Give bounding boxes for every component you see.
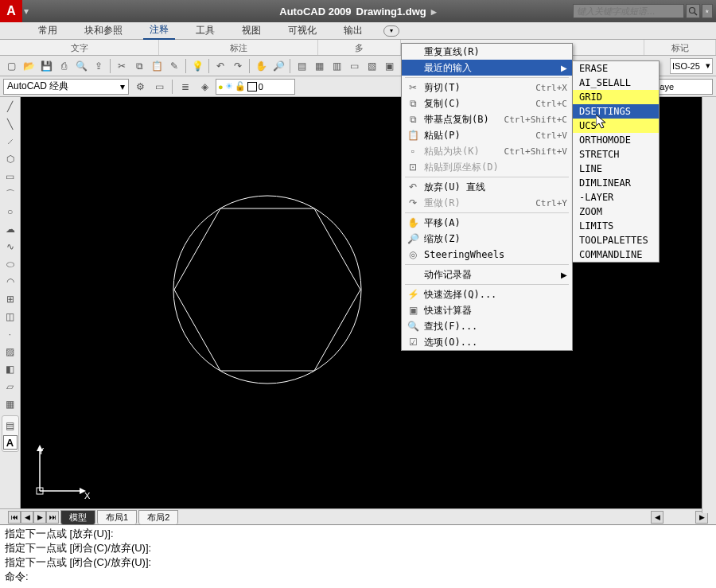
tab-next-icon[interactable]: ▶ xyxy=(33,511,46,524)
tab-layout2[interactable]: 布局2 xyxy=(138,510,178,524)
tab-prev-icon[interactable]: ◀ xyxy=(21,511,33,524)
gradient-icon[interactable]: ◧ xyxy=(2,361,18,377)
panel-markup[interactable]: 标记 xyxy=(644,40,716,55)
properties-icon[interactable]: ▤ xyxy=(294,58,309,74)
recent-cmd-item[interactable]: GRID xyxy=(573,90,659,104)
ctx-item[interactable]: ⚡快速选择(Q)... xyxy=(402,286,572,302)
cut-icon[interactable]: ✂ xyxy=(114,58,130,74)
arc-icon[interactable]: ⌒ xyxy=(2,186,18,202)
preview-icon[interactable]: 🔍 xyxy=(73,58,89,74)
ctx-item[interactable]: 🔍查找(F)... xyxy=(402,318,572,334)
insert-icon[interactable]: ⊞ xyxy=(2,291,18,307)
ctx-item[interactable]: ↶放弃(U) 直线 xyxy=(402,179,572,195)
zoom-icon[interactable]: 🔎 xyxy=(270,58,286,74)
tool-palette-icon[interactable]: ▥ xyxy=(329,58,344,74)
title-arrow[interactable]: ▸ xyxy=(431,6,437,18)
app-logo[interactable]: A xyxy=(0,0,22,22)
text-icon[interactable]: A xyxy=(3,435,18,450)
spline-icon[interactable]: ∿ xyxy=(2,239,18,255)
redo-icon[interactable]: ↷ xyxy=(230,58,246,74)
block-icon[interactable]: ◫ xyxy=(2,309,18,325)
line-icon[interactable]: ╱ xyxy=(2,99,18,115)
ctx-item[interactable]: 动作记录器▶ xyxy=(402,267,572,282)
recent-cmd-item[interactable]: DIMLINEAR xyxy=(573,176,659,190)
recent-cmd-item[interactable]: DSETTINGS xyxy=(573,104,659,119)
point-icon[interactable]: · xyxy=(2,326,18,342)
region-icon[interactable]: ▱ xyxy=(2,379,18,395)
revcloud-icon[interactable]: ☁ xyxy=(2,221,18,237)
circle-icon[interactable]: ○ xyxy=(2,204,18,220)
help-button[interactable]: ⋆ xyxy=(702,4,713,18)
undo-icon[interactable]: ↶ xyxy=(212,58,228,74)
dim-style-dropdown[interactable]: ISO-25▾ xyxy=(670,58,713,74)
new-icon[interactable]: ▢ xyxy=(3,58,19,74)
tab-layout1[interactable]: 布局1 xyxy=(97,510,137,524)
sheet-icon[interactable]: ▭ xyxy=(346,58,362,74)
dc-icon[interactable]: ▦ xyxy=(311,58,327,74)
recent-cmd-item[interactable]: UCS xyxy=(573,119,659,133)
ws-settings-icon[interactable]: ⚙ xyxy=(132,79,148,95)
recent-cmd-item[interactable]: ERASE xyxy=(573,61,659,76)
tab-model[interactable]: 模型 xyxy=(60,510,95,524)
ribbon-tab-blocks[interactable]: 块和参照 xyxy=(78,22,129,39)
panel-text[interactable]: 文字 xyxy=(0,40,159,55)
ctx-item[interactable]: ☑选项(O)... xyxy=(402,334,572,350)
workspace-dropdown[interactable]: AutoCAD 经典 ▾ xyxy=(3,79,129,95)
table-icon[interactable]: ▦ xyxy=(2,396,18,412)
recent-cmd-item[interactable]: TOOLPALETTES xyxy=(573,233,659,247)
layer-mgr-icon[interactable]: ≣ xyxy=(177,79,193,95)
ctx-item[interactable]: ▣快速计算器 xyxy=(402,302,572,318)
copy-icon[interactable]: ⧉ xyxy=(131,58,147,74)
h-scroll[interactable]: ◀ ▶ xyxy=(651,511,708,524)
app-menu-arrow[interactable]: ▾ xyxy=(24,6,35,17)
calc-icon[interactable]: ▣ xyxy=(381,58,397,74)
ribbon-tab-output[interactable]: 输出 xyxy=(337,22,369,39)
mtext-icon[interactable]: ▤ xyxy=(2,418,18,434)
ctx-item[interactable]: ✂剪切(T)Ctrl+X xyxy=(402,80,572,95)
recent-cmd-item[interactable]: COMMANDLINE xyxy=(573,247,659,262)
markup-icon[interactable]: ▧ xyxy=(364,58,379,74)
pline-icon[interactable]: ⟋ xyxy=(2,134,18,150)
search-button[interactable] xyxy=(686,4,700,18)
save-icon[interactable]: 💾 xyxy=(38,58,54,74)
ctx-item[interactable]: 📋粘贴(P)Ctrl+V xyxy=(402,127,572,143)
recent-cmd-item[interactable]: STRETCH xyxy=(573,147,659,162)
recent-cmd-item[interactable]: -LAYER xyxy=(573,190,659,204)
layer-states-icon[interactable]: ◈ xyxy=(197,79,212,95)
pan-icon[interactable]: ✋ xyxy=(253,58,269,74)
ctx-item[interactable]: ⧉复制(C)Ctrl+C xyxy=(402,95,572,111)
hatch-icon[interactable]: ▨ xyxy=(2,344,18,360)
recent-cmd-item[interactable]: AI_SELALL xyxy=(573,76,659,90)
ribbon-tab-view[interactable]: 视图 xyxy=(235,22,267,39)
rect-icon[interactable]: ▭ xyxy=(2,169,18,185)
ribbon-expand-button[interactable]: ▾ xyxy=(383,25,399,37)
panel-dim[interactable]: 标注 xyxy=(159,40,318,55)
print-icon[interactable]: ⎙ xyxy=(56,58,72,74)
match-icon[interactable]: ✎ xyxy=(166,58,182,74)
publish-icon[interactable]: ⇪ xyxy=(91,58,107,74)
tab-last-icon[interactable]: ⏭ xyxy=(46,511,59,524)
command-window[interactable]: 指定下一点或 [放弃(U)]: 指定下一点或 [闭合(C)/放弃(U)]: 指定… xyxy=(0,524,716,588)
paste-icon[interactable]: 📋 xyxy=(149,58,165,74)
ribbon-tab-common[interactable]: 常用 xyxy=(32,22,64,39)
xline-icon[interactable]: ╲ xyxy=(2,116,18,132)
bulb-icon[interactable]: 💡 xyxy=(189,58,205,74)
recent-cmd-item[interactable]: ZOOM xyxy=(573,204,659,219)
ctx-item[interactable]: ⧉带基点复制(B)Ctrl+Shift+C xyxy=(402,111,572,127)
ws-save-icon[interactable]: ▭ xyxy=(151,79,167,95)
ellipsearc-icon[interactable]: ◠ xyxy=(2,274,18,290)
recent-cmd-item[interactable]: ORTHOMODE xyxy=(573,133,659,147)
ctx-item[interactable]: ✋平移(A) xyxy=(402,215,572,231)
search-input[interactable] xyxy=(573,4,684,18)
scroll-left-icon[interactable]: ◀ xyxy=(651,511,663,524)
open-icon[interactable]: 📂 xyxy=(21,58,37,74)
recent-cmd-item[interactable]: LIMITS xyxy=(573,219,659,233)
ctx-item[interactable]: 🔎缩放(Z) xyxy=(402,231,572,247)
ribbon-tab-visualize[interactable]: 可视化 xyxy=(282,22,323,39)
ctx-item[interactable]: 最近的输入▶ xyxy=(402,60,572,76)
ctx-item[interactable]: 重复直线(R) xyxy=(402,44,572,60)
ribbon-tab-tools[interactable]: 工具 xyxy=(189,22,221,39)
recent-cmd-item[interactable]: LINE xyxy=(573,162,659,176)
right-scrollbar[interactable] xyxy=(702,97,716,513)
ellipse-icon[interactable]: ⬭ xyxy=(2,256,18,272)
